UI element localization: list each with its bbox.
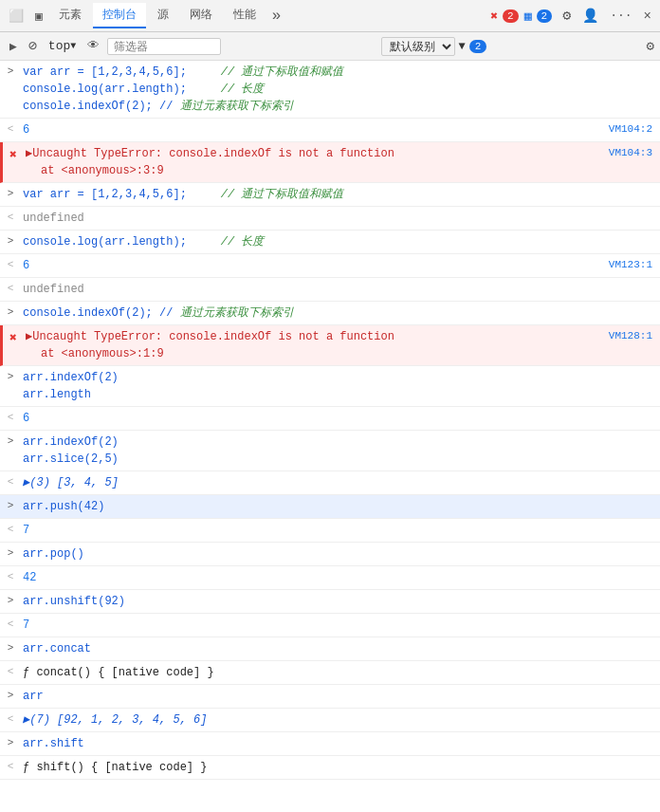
code-text: arr.push(42) [23,500,104,513]
comment-text: 通过元素获取下标索引 [180,100,294,113]
console-output: > var arr = [1,2,3,4,5,6]; // 通过下标取值和赋值 … [0,61,660,780]
row-content: ƒ shift() { [native code] } [21,759,660,776]
console-row: > arr.indexOf(2) arr.slice(2,5) [0,431,660,471]
level-select[interactable]: 默认级别 [381,37,455,56]
tab-network[interactable]: 网络 [180,3,222,28]
input-arrow: > [0,688,21,701]
console-row: < ▶(3) [3, 4, 5] [0,471,660,495]
code-text: arr [23,690,44,703]
input-arrow: > [0,640,21,654]
row-content: 6 [21,410,660,427]
input-arrow: > [0,735,21,748]
row-content: ▶Uncaught TypeError: console.indexOf is … [24,145,609,179]
output-arrow: < [0,664,21,677]
output-value: 42 [23,571,36,584]
error-row: ✖ ▶Uncaught TypeError: console.indexOf i… [0,325,660,366]
code-text: arr.concat [23,642,91,655]
row-content: arr.push(42) [21,498,660,515]
row-content: arr [21,688,660,705]
row-content: 6 [21,257,609,274]
row-content: arr.indexOf(2) arr.slice(2,5) [21,434,660,468]
input-arrow: > [0,64,21,77]
console-row: > arr [0,685,660,709]
error-text: ▶Uncaught TypeError: console.indexOf is … [26,147,394,160]
output-value: 6 [23,259,29,272]
code-text: arr.indexOf(2) [23,435,119,449]
error-x-icon: ✖ [490,9,498,24]
output-arrow: < [0,281,21,294]
console-row: > arr.indexOf(2) arr.length [0,366,660,407]
output-value: ƒ concat() { [native code] } [23,666,214,679]
profile-icon[interactable]: 👤 [578,5,603,27]
output-arrow: < [0,759,21,772]
tab-console[interactable]: 控制台 [93,3,146,28]
console-settings-icon[interactable]: ⚙ [647,38,654,54]
console-row: > arr.shift [0,732,660,756]
cursor-icon[interactable]: ⬜ [4,6,28,27]
error-badge-group: ✖ 2 [490,9,518,24]
output-arrow: < [0,257,21,270]
row-content: 7 [21,522,660,539]
input-arrow: > [0,186,21,199]
input-arrow: > [0,498,21,511]
row-content: ▶Uncaught TypeError: console.indexOf is … [24,328,609,362]
row-content: arr.concat [21,640,660,657]
error-icon: ✖ [3,145,24,162]
console-row: < 7 [0,614,660,637]
source-link[interactable]: VM104:3 [609,145,660,158]
context-selector[interactable]: top ▼ [45,37,80,55]
error-count-badge[interactable]: 2 [503,9,519,23]
settings-icon[interactable]: ⚙ [558,4,576,28]
more-tabs-icon[interactable]: » [267,5,286,28]
row-content: ▶(7) [92, 1, 2, 3, 4, 5, 6] [21,711,660,729]
console-row-highlighted: > arr.push(42) [0,495,660,519]
output-arrow: < [0,569,21,582]
console-messages-badge: 2 [469,40,487,53]
tab-elements[interactable]: 元素 [49,3,91,28]
more-options-icon[interactable]: ··· [605,6,636,26]
row-content: arr.shift [21,735,660,752]
output-arrow: < [0,121,21,135]
tab-sources[interactable]: 源 [148,3,178,28]
output-value: 7 [23,524,29,537]
input-arrow: > [0,545,21,559]
code-text: arr.length [23,388,91,401]
play-icon[interactable]: ▶ [6,37,21,56]
filter-input[interactable] [107,38,221,55]
device-icon[interactable]: ▣ [30,6,47,27]
comment-text: // 长度 [193,235,264,249]
row-content: 7 [21,617,660,634]
output-arrow: < [0,474,21,488]
input-arrow: > [0,593,21,606]
output-arrow: < [0,210,21,223]
console-row: < 7 [0,519,660,543]
output-arrow: < [0,410,21,423]
console-row: < ƒ shift() { [native code] } [0,756,660,780]
row-content: undefined [21,210,660,227]
console-row: < ƒ concat() { [native code] } [0,661,660,685]
output-value: 7 [23,618,29,632]
source-link[interactable]: VM123:1 [609,257,660,270]
output-arrow: < [0,711,21,725]
source-link[interactable]: VM104:2 [609,121,660,135]
console-row: > var arr = [1,2,3,4,5,6]; // 通过下标取值和赋值 … [0,61,660,119]
input-arrow: > [0,434,21,447]
row-content: console.indexOf(2); // 通过元素获取下标索引 [21,304,660,322]
close-icon[interactable]: × [639,6,656,27]
block-icon[interactable]: ⊘ [25,35,41,57]
row-content: ƒ concat() { [native code] } [21,664,660,681]
console-row: < 6 [0,407,660,431]
context-label: top [48,39,70,53]
output-value: ƒ shift() { [native code] } [23,761,207,774]
row-content: console.log(arr.length); // 长度 [21,233,660,250]
output-arrow: < [0,522,21,535]
code-text: arr.slice(2,5) [23,452,119,466]
message-icon: ▦ [524,9,532,24]
input-arrow: > [0,304,21,318]
tab-performance[interactable]: 性能 [224,3,266,28]
source-link[interactable]: VM128:1 [609,328,660,341]
console-row: > console.indexOf(2); // 通过元素获取下标索引 [0,302,660,325]
eye-icon[interactable]: 👁 [83,37,103,55]
row-content: undefined [21,281,660,298]
message-count-badge[interactable]: 2 [537,9,553,23]
